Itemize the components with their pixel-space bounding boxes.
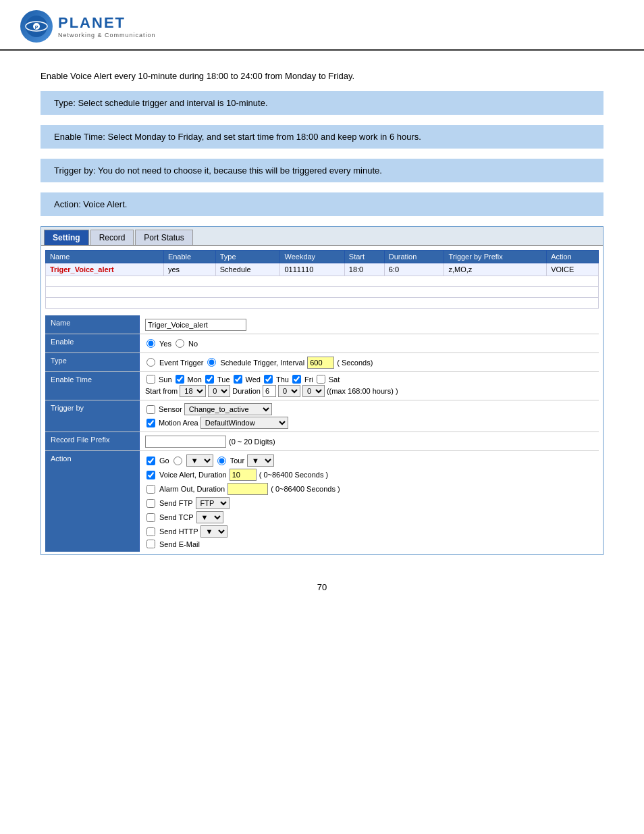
send-email-line: Send E-Mail [145,540,340,548]
preset-select[interactable]: ▼ [186,454,213,467]
page-footer: 70 [41,555,603,606]
voice-duration-input[interactable] [230,469,257,481]
alarm-out-checkbox[interactable] [146,485,155,494]
duration-input[interactable] [263,385,276,397]
send-ftp-select[interactable]: FTP [196,497,230,509]
send-ftp-checkbox[interactable] [146,499,155,508]
type-info-text: Type: Select schedule trigger and interv… [54,98,268,108]
form-row-trigger: Trigger by Sensor Change_to_active Motio… [45,400,599,432]
wed-label: Wed [246,375,261,384]
tab-port-status[interactable]: Port Status [135,230,192,245]
sensor-checkbox[interactable] [146,405,155,414]
send-tcp-select[interactable]: ▼ [196,511,223,523]
tab-record[interactable]: Record [90,230,134,245]
tour-radio[interactable] [217,457,226,465]
record-prefix-label: Record File Prefix [45,432,140,450]
type-label: Type [45,353,140,371]
brand-name: PLANET [58,14,156,32]
enable-yes-label: Yes [159,340,171,348]
row-duration: 6:0 [384,263,444,276]
type-event-label: Event Trigger [159,359,203,367]
enable-time-value-area: Sun Mon Tue Wed Thu Fri Sat [140,372,599,400]
voice-alert-checkbox[interactable] [146,471,155,479]
go-label: Go [159,457,169,465]
tab-setting[interactable]: Setting [44,230,89,245]
sensor-row: Sensor Change_to_active [145,403,272,415]
enable-yes-radio[interactable] [146,339,155,348]
alarm-duration-input[interactable] [227,483,268,495]
sensor-label: Sensor [159,405,182,413]
sensor-select[interactable]: Change_to_active [184,403,272,415]
form-row-name: Name [45,315,599,334]
main-panel: Setting Record Port Status Name Enable T… [41,226,603,555]
trigger-info-text: Trigger by: You do not need to choose it… [54,165,382,176]
enable-no-radio[interactable] [176,339,184,348]
send-email-checkbox[interactable] [146,540,155,548]
fri-checkbox[interactable] [292,375,301,384]
send-http-checkbox[interactable] [146,527,155,536]
type-schedule-label: Schedule Trigger, Interval [220,359,304,367]
send-tcp-label: Send TCP [159,513,194,521]
col-duration: Duration [384,251,444,263]
type-seconds-label: ( Seconds) [337,359,373,367]
type-schedule-radio[interactable] [207,358,216,367]
tour-select[interactable]: ▼ [247,454,274,467]
start-hour-select[interactable]: 18 [180,385,206,397]
form-row-prefix: Record File Prefix (0 ~ 20 Digits) [45,432,599,451]
trigger-info-box: Trigger by: You do not need to choose it… [41,159,603,182]
go-checkbox[interactable] [146,457,155,465]
alarm-out-line: Alarm Out, Duration ( 0~86400 Seconds ) [145,483,340,495]
col-name: Name [46,251,164,263]
sat-checkbox[interactable] [317,375,325,384]
form-row-action: Action Go ▼ Tour ▼ [45,451,599,552]
enable-time-info-text: Enable Time: Select Monday to Friday, an… [54,132,421,142]
tue-label: Tue [217,375,230,384]
name-input[interactable] [145,319,246,331]
type-value-area: Event Trigger Schedule Trigger, Interval… [140,353,599,371]
type-event-radio[interactable] [146,358,155,367]
motion-checkbox[interactable] [146,419,155,427]
thu-checkbox[interactable] [264,375,273,384]
send-tcp-checkbox[interactable] [146,513,155,522]
form-row-enable: Enable Yes No [45,334,599,353]
col-enable: Enable [163,251,215,263]
duration-hour-select[interactable]: 0 [278,385,300,397]
preset-radio[interactable] [173,457,182,465]
row-weekday: 0111110 [280,263,344,276]
trigger-value-area: Sensor Change_to_active Motion Area Defa… [140,400,599,432]
row-start: 18:0 [344,263,384,276]
duration-minute-select[interactable]: 0 [302,385,325,397]
start-minute-select[interactable]: 0 [208,385,230,397]
send-http-select[interactable]: ▼ [200,525,227,538]
form-row-type: Type Event Trigger Schedule Trigger, Int… [45,353,599,372]
wed-checkbox[interactable] [234,375,242,384]
record-prefix-input[interactable] [145,436,226,448]
schedule-table: Name Enable Type Weekday Start Duration … [45,250,599,309]
trigger-label: Trigger by [45,400,140,432]
alarm-out-label: Alarm Out, Duration [159,485,225,493]
tue-checkbox[interactable] [205,375,214,384]
row-action: VOICE [547,263,599,276]
mon-checkbox[interactable] [176,375,184,384]
row-trigger-prefix: z,MO,z [444,263,547,276]
schedule-table-section: Name Enable Type Weekday Start Duration … [41,246,603,313]
tour-label: Tour [230,457,244,465]
thu-label: Thu [276,375,289,384]
voice-alert-line: Voice Alert, Duration ( 0~86400 Seconds … [145,469,340,481]
sun-checkbox[interactable] [146,375,155,384]
row-enable: yes [163,263,215,276]
type-interval-input[interactable] [307,357,334,369]
fri-label: Fri [304,375,313,384]
sat-label: Sat [329,375,340,384]
col-action: Action [547,251,599,263]
logo-area: P PLANET Networking & Communication [20,10,156,43]
main-content: Enable Voice Alert every 10-minute durin… [0,51,644,626]
col-trigger-prefix: Trigger by Prefix [444,251,547,263]
send-email-label: Send E-Mail [159,540,200,548]
prefix-hint: (0 ~ 20 Digits) [229,438,275,446]
svg-text:P: P [35,25,38,30]
motion-area-select[interactable]: DefaultWindow [200,417,288,429]
voice-alert-label: Voice Alert, Duration [159,471,227,479]
alarm-seconds-label: ( 0~86400 Seconds ) [271,485,340,493]
go-preset-tour-line: Go ▼ Tour ▼ [145,454,340,467]
